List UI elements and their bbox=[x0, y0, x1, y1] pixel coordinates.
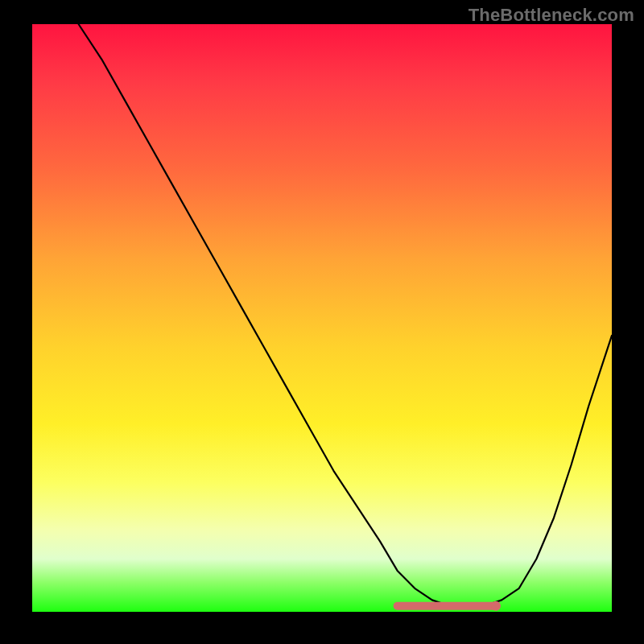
curve-svg bbox=[32, 24, 612, 612]
watermark-label: TheBottleneck.com bbox=[469, 5, 634, 26]
plot-area bbox=[32, 24, 612, 612]
optimal-point-marker bbox=[491, 601, 501, 611]
bottleneck-curve bbox=[79, 24, 612, 606]
chart-frame: TheBottleneck.com bbox=[0, 0, 644, 644]
